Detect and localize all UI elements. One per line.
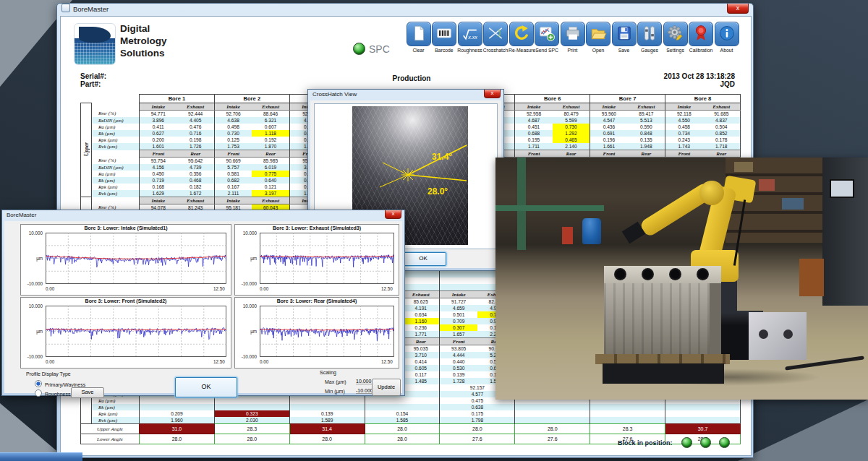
pair-header: Exhaust xyxy=(176,197,214,204)
radio-primary-waviness[interactable]: Primary/Waviness xyxy=(35,380,85,387)
summary-cell: 0.175 xyxy=(440,410,515,417)
measurement-cell: 4.550 xyxy=(665,117,703,124)
measurement-cell: 85.985 xyxy=(252,158,289,165)
toolbar-item-print: roke="#9aa6b0" stroke-width="0.7"/> Prin… xyxy=(560,22,585,53)
toolbar-item-barcode: Barcode xyxy=(432,22,457,53)
toolbar-send-spc-button[interactable] xyxy=(535,22,559,46)
measurement-cell: 1.672 xyxy=(176,190,214,197)
pair-header: Exhaust xyxy=(553,103,590,111)
angle-cell: 28.0 xyxy=(365,424,440,434)
toolbar-roughness-button[interactable]: x.xx xyxy=(458,22,482,46)
measurement-cell: 0.634 xyxy=(402,311,440,318)
radio-roughness[interactable]: Roughness xyxy=(35,389,70,397)
toolbar-item-gauges: Gauges xyxy=(637,22,663,53)
bore-header: Bore 7 xyxy=(590,95,665,103)
measurement-cell: 4.659 xyxy=(440,305,477,311)
toolbar-print-button[interactable]: roke="#9aa6b0" stroke-width="0.7"/> xyxy=(561,22,585,46)
measurement-cell: 4.638 xyxy=(214,117,252,124)
measurement-cell: 0.200 xyxy=(140,137,177,143)
graph-titlebar[interactable]: BoreMaster xyxy=(2,210,404,220)
clear-icon xyxy=(408,34,430,46)
row-label: Rk (µm) xyxy=(92,130,140,137)
measurement-cell: 0.709 xyxy=(440,318,477,324)
profile-plot xyxy=(46,233,226,284)
save-button[interactable]: Save xyxy=(71,387,104,398)
ok-button[interactable]: OK xyxy=(175,377,237,397)
close-icon[interactable]: x xyxy=(385,210,401,219)
part-label: Part#: xyxy=(80,80,101,88)
measurement-cell: 1.661 xyxy=(590,143,628,150)
y-tick-max: 10.000 xyxy=(237,303,257,309)
desktop: BoreMaster x Digital Metrology Solutions… xyxy=(0,0,868,461)
profile-plot xyxy=(260,233,394,284)
toolbar-barcode-button[interactable] xyxy=(432,22,456,46)
summary-cell: 0.154 xyxy=(365,410,440,417)
measurement-cell: 1.771 xyxy=(402,331,440,338)
x-tick-max: 12.50 xyxy=(381,359,393,364)
measurement-cell: 0.414 xyxy=(402,358,440,365)
summary-cell xyxy=(665,410,741,417)
pair-header: Front xyxy=(140,150,177,158)
graph-window-title: BoreMaster xyxy=(7,212,36,218)
block-position-status: Block in position: xyxy=(618,437,738,448)
row-label: Rpk (µm) xyxy=(92,184,140,190)
toolbar-clear-button[interactable] xyxy=(407,22,431,46)
toolbar-label: Gauges xyxy=(637,48,663,53)
measurement-cell: 6.019 xyxy=(252,164,289,171)
measurement-cell: 6.321 xyxy=(252,117,289,124)
crosshatch-titlebar[interactable]: CrossHatch View xyxy=(308,90,503,100)
send-spc-icon xyxy=(536,34,558,46)
toolbar-settings-button[interactable] xyxy=(663,22,688,46)
pair-header: Exhaust xyxy=(252,103,289,111)
close-icon[interactable]: x xyxy=(484,90,501,98)
summary-cell xyxy=(665,404,741,410)
spc-label: SPC xyxy=(369,43,390,55)
toolbar-open-button[interactable] xyxy=(586,22,610,46)
measurement-cell: 3.197 xyxy=(252,190,289,197)
close-icon[interactable]: x xyxy=(727,4,749,14)
profile-display-type-label: Profile Display Type xyxy=(26,371,71,376)
angle-cell: 31.4 xyxy=(289,424,365,434)
measurement-cell: 0.465 xyxy=(553,137,590,143)
measurement-cell: 85.625 xyxy=(402,298,440,306)
measurement-cell: 0.501 xyxy=(440,311,477,318)
toolbar-item-re-measure: Re-Measure xyxy=(509,22,534,53)
chart-title: Bore 3: Lower: Front (Simulated2) xyxy=(21,298,231,303)
toolbar-save-button[interactable] xyxy=(612,22,637,46)
spc-led xyxy=(353,43,365,55)
y-axis-label: µm xyxy=(22,329,43,334)
toolbar-crosshatch-button[interactable] xyxy=(483,22,508,46)
main-titlebar[interactable]: BoreMaster xyxy=(57,4,753,15)
toolbar-label: Send SPC xyxy=(535,48,560,53)
measurement-cell: 2.140 xyxy=(553,143,590,150)
summary-cell xyxy=(515,404,590,410)
toolbar-re-measure-button[interactable] xyxy=(509,22,534,46)
save-icon xyxy=(613,34,635,46)
measurement-cell: 0.691 xyxy=(590,130,628,137)
radio-icon[interactable] xyxy=(35,389,42,397)
measurement-cell xyxy=(402,277,440,284)
toolbar-gauges-button[interactable] xyxy=(637,22,662,46)
measurement-cell: 1.118 xyxy=(252,130,289,137)
angle-cell: 28.0 xyxy=(515,424,590,434)
ok-button[interactable]: OK xyxy=(400,252,446,266)
taskbar[interactable] xyxy=(0,452,82,461)
measurement-cell: 0.730 xyxy=(553,124,590,130)
radio-icon[interactable] xyxy=(35,380,42,387)
measurement-cell: 4.837 xyxy=(702,117,740,124)
toolbar-about-button[interactable] xyxy=(715,22,739,46)
row-label: Rpk (µm) xyxy=(92,137,140,143)
position-led-3 xyxy=(719,437,730,448)
measurement-cell xyxy=(440,277,477,284)
crosshatch-title: CrossHatch View xyxy=(312,91,357,98)
toolbar-label: Roughness xyxy=(457,48,482,53)
toolbar-item-about: About xyxy=(714,22,739,53)
toolbar-calibration-button[interactable] xyxy=(689,22,713,46)
measurement-cell: 0.607 xyxy=(252,124,289,130)
x-tick-min: 0.00 xyxy=(46,286,54,291)
measurement-cell: 0.135 xyxy=(628,137,665,143)
row-label: Rvk (µm) xyxy=(92,417,140,424)
update-button[interactable]: Update xyxy=(372,379,401,396)
row-label: Rmr (%) xyxy=(92,158,140,165)
measurement-cell: 1.657 xyxy=(440,331,477,338)
